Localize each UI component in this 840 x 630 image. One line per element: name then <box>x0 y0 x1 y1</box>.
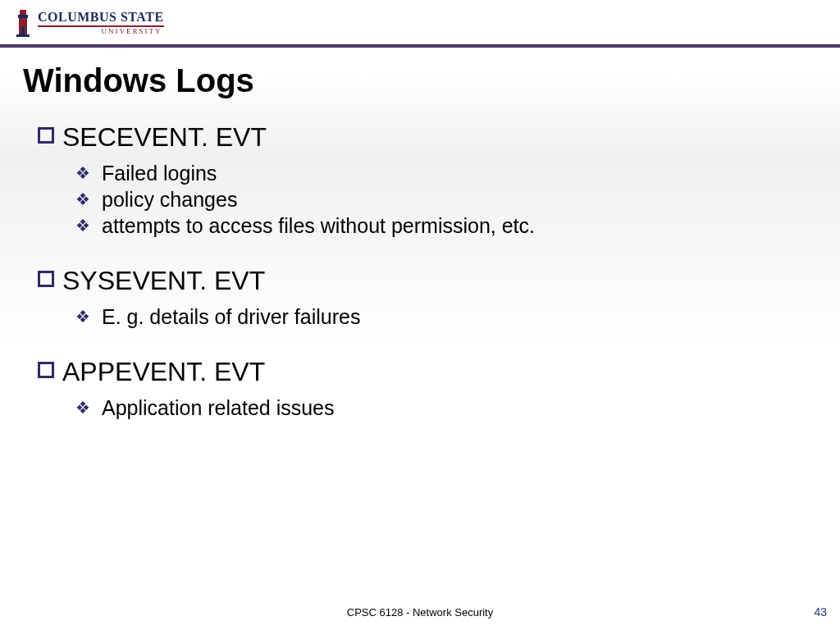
item-text: E. g. details of driver failures <box>102 304 360 329</box>
section-items: ❖ Application related issues <box>75 395 817 420</box>
square-bullet-icon <box>38 271 54 287</box>
section-header: APPEVENT. EVT <box>38 357 817 387</box>
diamond-bullet-icon: ❖ <box>75 187 90 212</box>
diamond-bullet-icon: ❖ <box>75 161 90 185</box>
diamond-bullet-icon: ❖ <box>75 213 90 238</box>
section-items: ❖ Failed logins ❖ policy changes ❖ attem… <box>75 161 817 238</box>
square-bullet-icon <box>38 127 54 144</box>
diamond-bullet-icon: ❖ <box>75 304 90 329</box>
header: COLUMBUS STATE UNIVERSITY <box>0 0 840 43</box>
diamond-bullet-icon: ❖ <box>75 395 90 420</box>
list-item: ❖ policy changes <box>75 187 817 212</box>
svg-rect-3 <box>21 26 25 34</box>
list-item: ❖ Failed logins <box>75 161 817 185</box>
slide-title: Windows Logs <box>23 62 817 99</box>
item-text: Failed logins <box>102 161 217 185</box>
svg-rect-0 <box>20 10 26 15</box>
item-text: policy changes <box>102 187 237 212</box>
section-header: SECEVENT. EVT <box>38 122 817 153</box>
section-heading: SYSEVENT. EVT <box>62 266 265 296</box>
svg-rect-4 <box>16 34 30 37</box>
logo-line-2: UNIVERSITY <box>38 28 164 35</box>
slide-content: Windows Logs SECEVENT. EVT ❖ Failed logi… <box>0 48 840 420</box>
section-header: SYSEVENT. EVT <box>38 266 817 296</box>
square-bullet-icon <box>38 362 54 378</box>
section-items: ❖ E. g. details of driver failures <box>75 304 817 329</box>
section-appevent: APPEVENT. EVT ❖ Application related issu… <box>23 357 817 420</box>
university-tower-icon <box>15 8 31 38</box>
logo-line-1: COLUMBUS STATE <box>38 11 164 24</box>
item-text: attempts to access files without permiss… <box>102 213 535 238</box>
item-text: Application related issues <box>102 395 335 420</box>
list-item: ❖ attempts to access files without permi… <box>75 213 817 238</box>
section-heading: SECEVENT. EVT <box>62 122 267 153</box>
footer-course: CPSC 6128 - Network Security <box>0 606 840 619</box>
section-secevent: SECEVENT. EVT ❖ Failed logins ❖ policy c… <box>23 122 817 238</box>
section-heading: APPEVENT. EVT <box>62 357 265 387</box>
section-sysevent: SYSEVENT. EVT ❖ E. g. details of driver … <box>23 266 817 329</box>
footer-page-number: 43 <box>814 605 827 619</box>
list-item: ❖ E. g. details of driver failures <box>75 304 817 329</box>
university-logo-text: COLUMBUS STATE UNIVERSITY <box>38 11 164 35</box>
svg-rect-1 <box>18 15 28 18</box>
list-item: ❖ Application related issues <box>75 395 817 420</box>
